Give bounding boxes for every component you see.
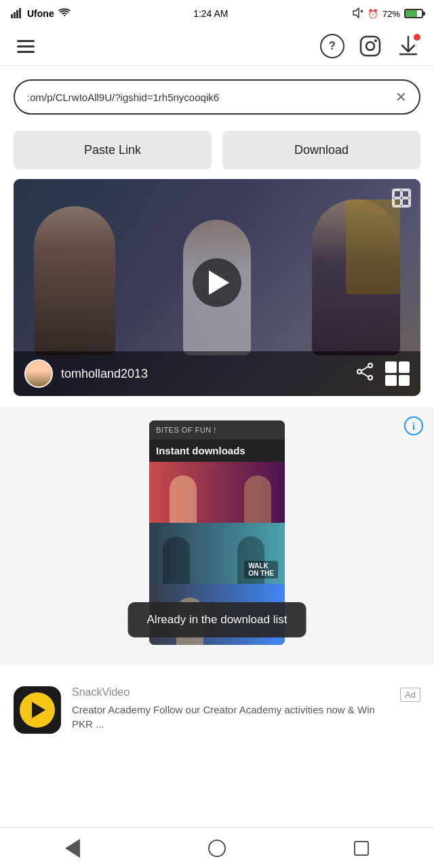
battery-icon (404, 9, 423, 18)
play-button[interactable] (193, 258, 241, 307)
snack-brand-name: SnackVideo (72, 686, 384, 698)
recents-icon (354, 841, 369, 856)
hamburger-menu-button[interactable] (14, 34, 38, 58)
status-left: Ufone (11, 7, 71, 20)
url-input[interactable]: :om/p/CLrwIoAll9U/?igshid=1rh5nycooqik6 (27, 92, 389, 103)
svg-point-18 (357, 370, 361, 374)
ad-image-1 (149, 462, 285, 523)
action-buttons: Paste Link Download (0, 121, 434, 179)
instagram-icon (359, 35, 382, 58)
wifi-icon (58, 8, 71, 20)
snack-video-ad: SnackVideo Creator Academy Follow our Cr… (0, 675, 434, 745)
carrier-name: Ufone (27, 8, 54, 19)
snack-description: Creator Academy Follow our Creator Acade… (72, 703, 384, 731)
back-button[interactable] (52, 831, 93, 865)
svg-rect-12 (394, 191, 401, 197)
qr-icon[interactable] (385, 361, 410, 386)
gallery-svg (393, 190, 410, 206)
video-actions (355, 361, 410, 386)
creator-avatar (24, 359, 53, 388)
paste-link-button[interactable]: Paste Link (14, 131, 212, 170)
snack-video-logo (14, 686, 61, 734)
download-button[interactable]: Download (222, 131, 420, 170)
svg-line-19 (361, 367, 368, 371)
creator-info: tomholland2013 (24, 359, 148, 388)
download-badge (414, 34, 420, 41)
play-triangle-icon (209, 271, 229, 295)
share-svg (355, 363, 374, 380)
svg-rect-1 (14, 12, 16, 18)
svg-line-20 (361, 373, 368, 377)
snack-play-icon (32, 702, 45, 718)
toast-message: Already in the download list (147, 613, 288, 626)
nav-right-icons: ? (320, 34, 420, 58)
video-bottom-bar: tomholland2013 (14, 351, 420, 396)
ad-badge: Ad (400, 688, 420, 702)
svg-rect-13 (402, 191, 409, 197)
instagram-button[interactable] (358, 34, 382, 58)
help-button[interactable]: ? (320, 34, 344, 58)
ad-image-2: WALKON THE (149, 523, 285, 584)
mute-icon (351, 7, 363, 20)
info-icon-label: i (412, 420, 415, 432)
share-icon[interactable] (355, 363, 374, 384)
status-time: 1:24 AM (193, 8, 228, 19)
recents-button[interactable] (341, 831, 382, 865)
status-bar: Ufone 1:24 AM ⏰ 72% (0, 0, 434, 27)
clear-url-button[interactable]: ✕ (395, 89, 407, 105)
bottom-navigation (0, 827, 434, 868)
info-button[interactable]: i (404, 416, 423, 435)
question-mark-icon: ? (329, 40, 336, 52)
svg-rect-0 (11, 14, 13, 18)
toast-notification: Already in the download list (128, 602, 307, 637)
svg-rect-15 (402, 199, 409, 205)
status-right: ⏰ 72% (351, 7, 423, 20)
svg-point-8 (366, 42, 374, 50)
ad-card-header: BITES OF FUN ! (149, 420, 285, 439)
url-section: :om/p/CLrwIoAll9U/?igshid=1rh5nycooqik6 … (0, 66, 434, 121)
home-button[interactable] (197, 831, 237, 865)
battery-text: 72% (382, 9, 400, 19)
avatar-image (26, 361, 52, 387)
svg-rect-7 (361, 37, 380, 56)
svg-point-17 (368, 376, 372, 380)
svg-point-16 (368, 363, 372, 368)
ad-card-title: Instant downloads (149, 439, 285, 462)
svg-point-9 (374, 39, 377, 42)
gallery-icon[interactable] (392, 189, 411, 208)
creator-name: tomholland2013 (61, 367, 148, 381)
ad-section: i BITES OF FUN ! Instant downloads WALKO… (0, 407, 434, 665)
signal-icon (11, 7, 23, 20)
video-preview: tomholland2013 (14, 179, 420, 396)
svg-rect-2 (16, 10, 18, 18)
home-icon (208, 840, 226, 857)
back-icon (65, 839, 80, 858)
svg-rect-14 (394, 199, 401, 205)
hamburger-icon (17, 40, 35, 53)
downloads-button[interactable] (396, 34, 420, 58)
snack-text-content: SnackVideo Creator Academy Follow our Cr… (72, 686, 384, 731)
top-nav: ? (0, 27, 434, 66)
svg-marker-4 (353, 8, 359, 18)
svg-rect-3 (19, 8, 21, 18)
url-bar[interactable]: :om/p/CLrwIoAll9U/?igshid=1rh5nycooqik6 … (14, 79, 420, 115)
alarm-icon: ⏰ (368, 9, 378, 19)
snack-logo-inner (20, 692, 55, 728)
